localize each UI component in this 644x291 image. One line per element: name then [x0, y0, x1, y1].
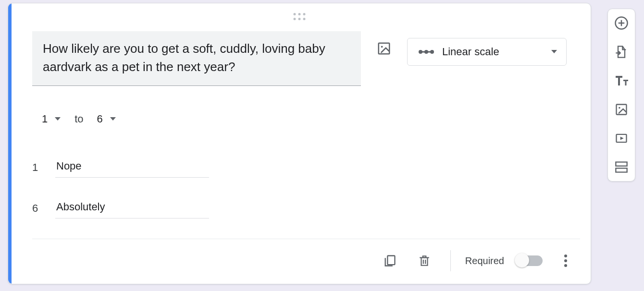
plus-circle-icon: [614, 16, 629, 30]
trash-icon: [418, 254, 431, 267]
footer-divider: [32, 239, 580, 239]
svg-point-9: [564, 255, 567, 257]
import-icon: [615, 45, 628, 59]
add-title-button[interactable]: [613, 73, 630, 89]
svg-point-10: [564, 259, 567, 262]
side-toolbar: [607, 9, 635, 182]
linear-scale-icon: [418, 49, 434, 55]
scale-label-row-low: 1: [32, 157, 209, 178]
add-image-button-toolbar[interactable]: [613, 101, 630, 118]
required-label: Required: [465, 255, 504, 267]
scale-range: 1 to 6: [42, 113, 116, 125]
svg-point-11: [564, 264, 567, 267]
chevron-down-icon: [54, 117, 61, 121]
svg-rect-18: [616, 162, 627, 166]
duplicate-button[interactable]: [378, 249, 401, 272]
scale-low-number: 1: [32, 161, 40, 174]
scale-from-select[interactable]: 1: [42, 113, 61, 125]
scale-high-number: 6: [32, 202, 40, 215]
chevron-down-icon: [551, 49, 557, 54]
card-footer: Required: [32, 249, 577, 272]
question-text-input[interactable]: [32, 31, 361, 86]
delete-button[interactable]: [413, 249, 436, 272]
question-type-label: Linear scale: [442, 46, 543, 58]
card-accent: [8, 3, 12, 284]
drag-handle-icon[interactable]: [294, 13, 306, 20]
scale-labels: 1 6: [32, 157, 209, 239]
svg-rect-0: [379, 43, 390, 54]
scale-from-value: 1: [42, 113, 48, 125]
image-icon: [377, 41, 391, 56]
question-row: Linear scale: [32, 31, 567, 86]
add-video-button[interactable]: [613, 130, 630, 146]
scale-to-select[interactable]: 6: [97, 113, 116, 125]
scale-to-word: to: [74, 113, 83, 125]
chevron-down-icon: [110, 117, 116, 121]
scale-low-label-input[interactable]: [55, 157, 209, 178]
svg-point-1: [381, 46, 383, 48]
more-vertical-icon: [564, 254, 568, 267]
scale-high-label-input[interactable]: [55, 198, 209, 218]
svg-rect-6: [387, 256, 395, 265]
svg-rect-15: [617, 105, 627, 115]
image-icon: [615, 103, 628, 116]
toggle-knob: [515, 253, 529, 267]
add-section-button[interactable]: [613, 159, 630, 175]
copy-icon: [383, 254, 396, 267]
import-questions-button[interactable]: [613, 44, 630, 60]
text-icon: [615, 75, 628, 86]
required-toggle[interactable]: [516, 255, 543, 266]
video-icon: [615, 132, 628, 145]
question-type-select[interactable]: Linear scale: [407, 38, 567, 66]
section-icon: [615, 161, 628, 173]
scale-to-value: 6: [97, 113, 103, 125]
question-card: Linear scale 1 to 6 1 6: [8, 3, 591, 284]
scale-label-row-high: 6: [32, 198, 209, 218]
svg-point-16: [619, 107, 620, 109]
footer-divider-vertical: [450, 250, 451, 271]
more-options-button[interactable]: [554, 249, 577, 272]
add-image-button[interactable]: [372, 37, 396, 60]
svg-rect-19: [616, 168, 627, 172]
add-question-button[interactable]: [613, 15, 630, 31]
